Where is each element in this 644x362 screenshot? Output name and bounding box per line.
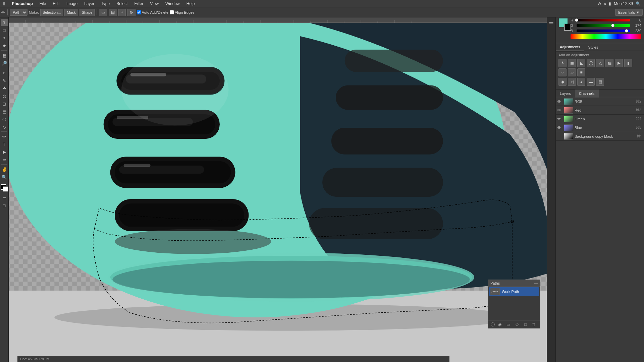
auto-add-delete-check[interactable]: Auto Add/Delete xyxy=(137,10,169,14)
adj-posterize[interactable]: ◁ xyxy=(568,78,576,86)
g-slider-thumb[interactable] xyxy=(611,24,614,27)
align-edges-check[interactable]: Align Edges xyxy=(170,10,195,14)
menu-view[interactable]: View xyxy=(147,1,162,6)
adj-invert[interactable]: ◆ xyxy=(558,78,567,86)
lasso-tool[interactable]: ⚬ xyxy=(1,34,8,42)
g-slider[interactable] xyxy=(577,24,630,27)
foreground-color-swatch[interactable] xyxy=(558,18,568,27)
path-ops-button[interactable]: ▭ xyxy=(99,9,107,16)
tab-adjustments[interactable]: Adjustments xyxy=(556,43,584,51)
r-label: R xyxy=(571,18,575,22)
paths-delete-btn[interactable]: 🗑 xyxy=(531,321,537,327)
adj-bw[interactable]: ▮ xyxy=(624,59,632,67)
paths-mask-btn[interactable]: ▭ xyxy=(505,321,512,327)
menu-help[interactable]: Help xyxy=(183,1,198,6)
paths-fill-btn[interactable] xyxy=(491,322,495,326)
adj-exposure[interactable]: ◯ xyxy=(587,59,595,67)
adj-channel-mixer[interactable]: ▱ xyxy=(568,68,576,76)
adj-threshold[interactable]: ▴ xyxy=(577,78,585,86)
quick-mask-btn[interactable]: ▭ xyxy=(1,194,8,201)
menu-window[interactable]: Window xyxy=(162,1,183,6)
paths-close-btn[interactable]: — xyxy=(534,281,538,285)
type-tool[interactable]: T xyxy=(1,140,8,148)
apple-menu[interactable]:  xyxy=(0,1,8,6)
path-select-tool[interactable]: ▶ xyxy=(1,148,8,156)
quick-select-tool[interactable]: ★ xyxy=(1,42,8,49)
path-align-button[interactable]: ▤ xyxy=(109,9,117,16)
channel-green[interactable]: 👁 Green ⌘4 xyxy=(556,115,644,123)
gradient-tool[interactable]: ▤ xyxy=(1,108,8,115)
clone-tool[interactable]: ☘ xyxy=(1,84,8,92)
adj-curves[interactable]: ◣ xyxy=(577,59,585,67)
tab-channels[interactable]: Channels xyxy=(575,89,598,98)
brush-tool[interactable]: ✎ xyxy=(1,77,8,84)
adj-levels[interactable]: ▦ xyxy=(568,59,576,67)
adj-color-lookup[interactable]: ■ xyxy=(577,68,585,76)
channel-red-shortcut: ⌘3 xyxy=(636,108,643,112)
path-settings-button[interactable]: ⚙ xyxy=(127,9,136,16)
channel-mask[interactable]: Background copy Mask ⌘\ xyxy=(556,132,644,141)
essentials-button[interactable]: Essentials ▼ xyxy=(615,9,643,16)
paths-stroke-btn[interactable]: ◉ xyxy=(496,321,503,327)
auto-add-checkbox[interactable] xyxy=(137,10,141,14)
adj-colorbalance[interactable]: ▶ xyxy=(615,59,623,67)
panel-icon-2[interactable]: ▬ xyxy=(548,19,555,25)
eraser-tool[interactable]: ◻ xyxy=(1,100,8,107)
crop-tool[interactable]: ▦ xyxy=(1,52,8,59)
eyedropper-tool[interactable]: 🔎 xyxy=(1,59,8,67)
channel-blue[interactable]: 👁 Blue ⌘5 xyxy=(556,123,644,132)
work-path-row[interactable]: Work Path xyxy=(489,287,539,296)
b-slider-thumb[interactable] xyxy=(625,29,628,33)
menu-layer[interactable]: Layer xyxy=(81,1,98,6)
path-mode-select[interactable]: Path xyxy=(10,9,28,16)
b-slider[interactable] xyxy=(577,29,630,32)
screen-mode-btn[interactable]: □ xyxy=(1,202,8,209)
shape-button[interactable]: Shape xyxy=(79,9,95,16)
background-color[interactable] xyxy=(3,186,8,192)
channels-panel: 👁 RGB ⌘2 👁 Red ⌘3 👁 Green ⌘4 👁 Blue xyxy=(556,97,644,362)
pen-tool[interactable]: ✏ xyxy=(1,133,8,140)
canvas-area[interactable]: Doc: 45.8M/178.9M xyxy=(9,23,547,362)
channel-green-name: Green xyxy=(575,117,636,121)
tab-layers[interactable]: Layers xyxy=(556,89,575,98)
paths-new-btn[interactable]: □ xyxy=(522,321,529,327)
paths-shape-btn[interactable]: ◇ xyxy=(514,321,520,327)
zoom-tool[interactable]: 🔍 xyxy=(1,173,8,181)
menu-filter[interactable]: Filter xyxy=(131,1,147,6)
adj-hue[interactable]: △ xyxy=(596,59,604,67)
dodge-tool[interactable]: ◇ xyxy=(1,123,8,130)
channel-rgb-name: RGB xyxy=(575,100,636,104)
adj-photo[interactable]: ○ xyxy=(558,68,567,76)
path-add-button[interactable]: + xyxy=(118,9,125,16)
channel-rgb[interactable]: 👁 RGB ⌘2 xyxy=(556,97,644,106)
r-slider-thumb[interactable] xyxy=(575,18,578,22)
align-edges-checkbox[interactable] xyxy=(170,10,174,14)
move-tool[interactable]: ⇧ xyxy=(1,19,8,26)
history-brush[interactable]: ⚖ xyxy=(1,92,8,100)
mask-button[interactable]: Mask xyxy=(64,9,78,16)
adj-selective-color[interactable]: ▤ xyxy=(596,78,604,86)
menu-select[interactable]: Select xyxy=(113,1,131,6)
color-spectrum xyxy=(571,34,641,39)
menu-type[interactable]: Type xyxy=(98,1,113,6)
menu-file[interactable]: File xyxy=(36,1,49,6)
r-slider[interactable] xyxy=(577,19,630,21)
menu-image[interactable]: Image xyxy=(63,1,81,6)
marquee-tool[interactable]: □ xyxy=(1,26,8,34)
channel-red-eye: 👁 xyxy=(557,108,562,113)
svg-rect-46 xyxy=(124,164,151,167)
fg-bg-colors[interactable] xyxy=(1,184,8,192)
tab-styles[interactable]: Styles xyxy=(584,43,602,51)
hand-tool[interactable]: ✌ xyxy=(1,166,8,173)
heal-tool[interactable]: ○ xyxy=(1,69,8,76)
adj-vibrance[interactable]: ▩ xyxy=(605,59,613,67)
channel-red[interactable]: 👁 Red ⌘3 xyxy=(556,106,644,115)
blur-tool[interactable]: ◌ xyxy=(1,115,8,123)
adj-gradient-map[interactable]: ▬ xyxy=(587,78,595,86)
adj-brightness[interactable]: ☀ xyxy=(558,59,567,67)
selection-button[interactable]: Selection... xyxy=(40,9,63,16)
menu-edit[interactable]: Edit xyxy=(49,1,63,6)
search-icon[interactable]: 🔍 xyxy=(636,1,641,6)
channel-rgb-thumb xyxy=(564,98,573,105)
shape-tool[interactable]: ▱ xyxy=(1,156,8,163)
